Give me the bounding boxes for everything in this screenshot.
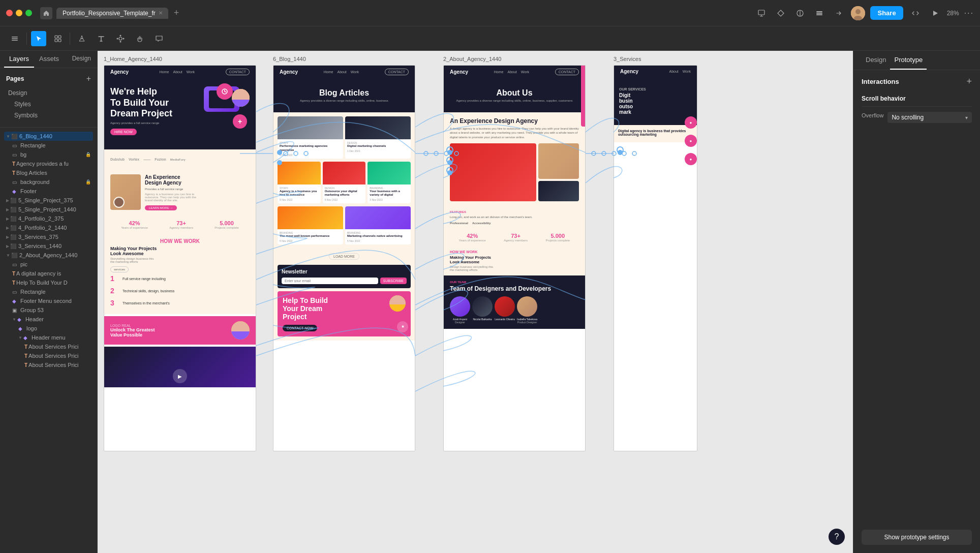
team-grid: Azah Anyeni Designer Nicolai Baikanka Le… [450,296,579,324]
interactions-add-btn[interactable]: + [966,76,972,87]
svg-point-18 [117,38,118,39]
blog-card-3: Story Agency is a business you hire to o… [278,162,321,204]
contrast-icon[interactable] [793,6,807,20]
design-tab-btn[interactable]: Design [70,51,93,68]
component-icon[interactable] [774,6,788,20]
home-hire-btn[interactable]: HIRE NOW [110,129,137,135]
layer-services-1440[interactable]: ▶ ⬛ 3_Services_1440 [4,241,93,251]
layer-blog-articles[interactable]: T Blog Articles [4,168,93,177]
layer-portfolio-1440[interactable]: ▶ ⬛ 4_Portfolio_2_1440 [4,223,93,232]
prototype-panel-tab[interactable]: Prototype [890,51,927,70]
layer-about-1440[interactable]: ▼ ⬛ 2_About_Agency_1440 [4,251,93,260]
agency-info: An ExperienceDesign Agency Provides a fu… [145,174,250,211]
page-symbols[interactable]: Symbols [4,110,93,121]
hand-tool[interactable] [132,31,147,46]
pen-tool[interactable] [74,31,89,46]
new-tab-btn[interactable]: + [170,7,182,19]
services-dot-1: ● [685,116,697,129]
help-button[interactable]: ? [829,529,845,545]
about-stats: 42% Years of experience 73+ Agency membe… [444,229,585,246]
tab-close-btn[interactable]: ✕ [159,10,163,16]
menu-tool[interactable] [7,31,22,46]
add-page-btn[interactable]: + [86,74,91,83]
comment-tool[interactable] [151,31,167,46]
layer-services-375[interactable]: ▶ ⬛ 3_Services_375 [4,232,93,241]
about-contact-btn[interactable]: CONTACT [555,69,579,75]
more-menu[interactable]: ··· [964,9,974,18]
learn-more-btn[interactable]: LEARN MORE → [145,205,177,210]
features-section: FEATURES Long-run, and work as an art di… [444,206,585,229]
layer-portfolio-375[interactable]: ▶ ⬛ 4_Portfolio_2_375 [4,214,93,223]
present-icon[interactable] [754,6,769,20]
layer-footer-menu[interactable]: ◆ Footer Menu second [4,296,93,305]
layer-group53[interactable]: ▣ Group 53 [4,305,93,315]
layer-bg[interactable]: ▭ bg 🔒 [4,150,93,159]
home-how-work: HOW WE WORK Making Your ProjectsLook Awe… [104,233,256,314]
page-design[interactable]: Design [4,87,93,99]
main-area: Layers Assets Design Pages + Design Styl… [0,51,980,553]
services-btn[interactable]: services [110,266,129,272]
layer-help-build[interactable]: T Help To Build Your D [4,278,93,287]
code-view-icon[interactable] [908,6,923,20]
text-tool[interactable] [94,31,109,46]
frame-services[interactable]: Agency About Work OUR SERVICES Digitbusi… [614,65,697,451]
layer-single-375[interactable]: ▶ ⬛ 5_Single_Project_375 [4,196,93,205]
feat-professional: Professional [450,222,468,225]
layer-footer-comp[interactable]: ◆ Footer [4,187,93,196]
zoom-level[interactable]: 28% [947,10,959,17]
home-icon[interactable] [40,7,52,19]
contact-now-btn[interactable]: CONTACT NOW [283,325,317,331]
library-icon[interactable] [812,6,826,20]
canvas[interactable]: 1_Home_Agency_1440 Agency Home About Wor… [98,51,853,553]
layer-background[interactable]: ▭ background 🔒 [4,177,93,187]
frame-blog[interactable]: Agency Home About Work CONTACT Blog Arti… [273,65,415,451]
features-btns: Professional Accessibility [450,222,579,225]
blog-nav: Agency Home About Work CONTACT [273,66,415,78]
team-section: OUR TEAM Team of Designers and Developer… [444,275,585,329]
play-icon[interactable] [928,6,942,20]
share-button[interactable]: Share [870,6,903,20]
prototype-icon[interactable] [832,6,846,20]
newsletter-input[interactable] [282,278,378,284]
about-how-work: HOW WE WORK Making Your ProjectsLook Awe… [444,246,585,275]
about-hero-title: About Us [450,88,579,98]
layer-about-services-1[interactable]: T About Services Prici [4,342,93,351]
frame-home[interactable]: Agency Home About Work CONTACT We're Hel… [104,65,256,451]
layer-blog-1440[interactable]: ▼ ⬛ 6_Blog_1440 [4,132,93,141]
layer-single-1440[interactable]: ▶ ⬛ 5_Single_Project_1440 [4,205,93,214]
minimize-window-btn[interactable] [16,10,22,16]
assets-tab[interactable]: Assets [34,51,64,68]
layer-header-menu[interactable]: ▼ ◆ Header menu [4,333,93,342]
blog-contact-btn[interactable]: CONTACT [385,69,409,75]
design-panel-tab[interactable]: Design [862,51,890,70]
frame-tool[interactable] [50,31,66,46]
layer-pic[interactable]: ▭ pic [4,260,93,269]
newsletter-subscribe-btn[interactable]: SUBSCRIBE [380,278,407,284]
no-scrolling-dropdown[interactable]: No scrolling ▾ [887,112,972,123]
layer-rect2[interactable]: ▭ Rectangle [4,287,93,296]
frame-about[interactable]: Agency Home About Work CONTACT About Us … [443,65,586,451]
active-tab[interactable]: Portfolio_Responsive_Template_fr ✕ [56,8,168,19]
page-styles[interactable]: Styles [4,99,93,110]
layer-header[interactable]: ▼ ◆ Header [4,315,93,324]
newsletter-form: SUBSCRIBE [282,278,407,284]
component-tool[interactable] [113,31,128,46]
load-more-btn[interactable]: LOAD MORE [329,253,359,260]
close-window-btn[interactable] [6,10,13,16]
pointer-tool[interactable] [31,31,46,46]
load-more: LOAD MORE [278,248,411,263]
avatar[interactable] [851,6,865,20]
layer-digital[interactable]: T A digital agency is [4,269,93,278]
layer-rectangle[interactable]: ▭ Rectangle [4,141,93,150]
play-icon-bottom[interactable]: ▶ [173,369,187,383]
layer-logo[interactable]: ◆ logo [4,324,93,333]
layer-agency-text[interactable]: T Agency provides a fu [4,159,93,168]
separator [26,33,27,45]
maximize-window-btn[interactable] [25,10,32,16]
layers-tab[interactable]: Layers [4,51,34,68]
layer-about-services-2[interactable]: T About Services Prici [4,351,93,360]
layer-about-services-3[interactable]: T About Services Prici [4,360,93,370]
show-prototype-settings-btn[interactable]: Show prototype settings [862,530,972,545]
home-contact-btn[interactable]: CONTACT [226,69,250,75]
home-nav: Agency Home About Work CONTACT [104,66,256,78]
